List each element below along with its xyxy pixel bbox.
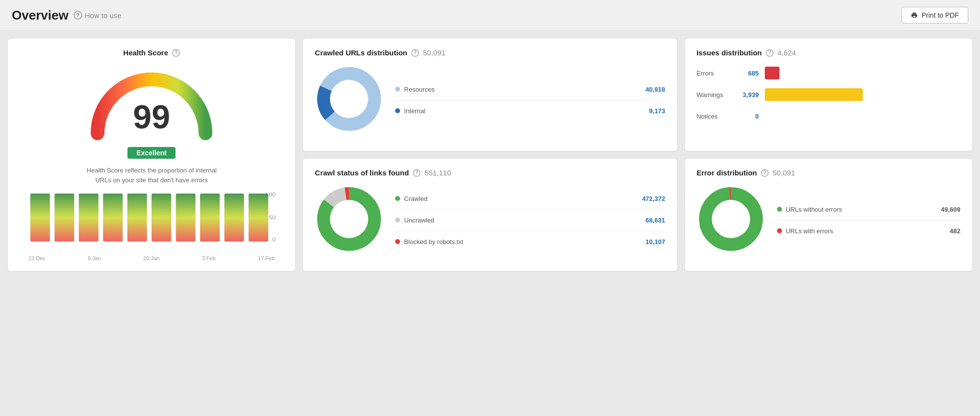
crawl-status-title: Crawl status of links found ? 551,110 — [315, 169, 665, 177]
health-bar-chart: 100 50 0 — [20, 193, 283, 261]
help-icon: ? — [74, 11, 82, 20]
issues-distribution-title: Issues distribution ? 4,624 — [697, 49, 960, 57]
health-score-value: 99 — [133, 100, 170, 133]
page-header: Overview ? How to use Print to PDF — [0, 0, 980, 31]
svg-rect-16 — [249, 194, 268, 242]
errors-bar-wrap — [765, 67, 863, 79]
svg-rect-13 — [176, 194, 196, 242]
crawled-urls-help-icon[interactable]: ? — [411, 49, 419, 57]
crawled-urls-title: Crawled URLs distribution ? 50,091 — [315, 49, 665, 57]
crawl-status-chart-row: Crawled 472,372 Uncrawled 68,631 Blocked… — [315, 185, 665, 255]
uncrawled-dot — [395, 218, 400, 222]
errors-count: 685 — [737, 70, 759, 77]
svg-rect-11 — [127, 194, 147, 242]
crawled-urls-legend: Resources 40,918 Internal 9,173 — [395, 86, 665, 115]
page-title: Overview — [12, 8, 69, 23]
issues-rows: Errors 685 Warnings 3,939 Notices 0 — [697, 67, 960, 122]
x-label-3feb: 3 Feb — [202, 255, 216, 261]
legend-urls-with-errors: URLs with errors 482 — [777, 227, 960, 235]
crawled-dot — [395, 196, 400, 201]
legend-urls-without-errors: URLs without errors 49,609 — [777, 206, 960, 213]
errors-bar — [765, 67, 779, 79]
health-score-title: Health Score ? — [123, 49, 180, 57]
issues-help-icon[interactable]: ? — [766, 49, 774, 57]
notices-count: 0 — [737, 113, 759, 120]
svg-text:0: 0 — [272, 237, 276, 243]
health-description: Health Score reflects the proportion of … — [87, 166, 217, 185]
legend-uncrawled: Uncrawled 68,631 — [395, 217, 665, 224]
notices-label: Notices — [697, 113, 731, 120]
issues-row-warnings: Warnings 3,939 — [697, 88, 960, 101]
no-errors-value: 49,609 — [941, 206, 960, 213]
crawled-urls-chart-row: Resources 40,918 Internal 9,173 — [315, 65, 665, 135]
internal-value: 9,173 — [649, 107, 665, 115]
error-dist-help-icon[interactable]: ? — [761, 169, 769, 177]
no-errors-dot — [777, 207, 782, 212]
legend-item-resources: Resources 40,918 — [395, 86, 665, 93]
svg-rect-7 — [30, 194, 50, 242]
crawled-urls-card: Crawled URLs distribution ? 50,091 — [303, 39, 677, 151]
warnings-count: 3,939 — [737, 91, 759, 98]
internal-dot — [395, 108, 400, 113]
crawl-status-donut — [315, 185, 383, 255]
issues-row-notices: Notices 0 — [697, 110, 960, 122]
x-label-23dec: 23 Dec — [28, 255, 46, 261]
blocked-value: 10,107 — [646, 238, 665, 245]
uncrawled-value: 68,631 — [646, 217, 665, 224]
error-distribution-card: Error distribution ? 50,091 URLs without… — [685, 159, 972, 271]
crawled-value: 472,372 — [642, 195, 665, 202]
x-label-17feb: 17 Feb — [258, 255, 275, 261]
svg-rect-9 — [79, 194, 99, 242]
x-label-6jan: 6 Jan — [88, 255, 101, 261]
warnings-label: Warnings — [697, 91, 731, 98]
issues-distribution-card: Issues distribution ? 4,624 Errors 685 W… — [685, 39, 972, 151]
issues-total: 4,624 — [778, 49, 796, 57]
crawled-urls-donut — [315, 65, 383, 135]
error-dist-legend: URLs without errors 49,609 URLs with err… — [777, 206, 960, 235]
svg-point-20 — [331, 201, 367, 237]
crawl-status-legend: Crawled 472,372 Uncrawled 68,631 Blocked… — [395, 195, 665, 245]
resources-value: 40,918 — [646, 86, 665, 93]
svg-rect-14 — [200, 194, 220, 242]
with-errors-dot — [777, 228, 782, 233]
print-button-label: Print to PDF — [922, 11, 959, 19]
svg-point-23 — [713, 201, 749, 237]
health-score-card: Health Score ? — [8, 39, 295, 271]
issues-row-errors: Errors 685 — [697, 67, 960, 79]
crawl-status-card: Crawl status of links found ? 551,110 Cr… — [303, 159, 677, 271]
error-dist-total: 50,091 — [773, 169, 795, 177]
error-dist-chart-row: URLs without errors 49,609 URLs with err… — [697, 185, 960, 255]
legend-item-internal: Internal 9,173 — [395, 107, 665, 115]
excellent-badge: Excellent — [127, 147, 175, 159]
svg-point-3 — [331, 81, 367, 117]
legend-blocked: Blocked by robots.txt 10,107 — [395, 238, 665, 245]
blocked-dot — [395, 239, 400, 244]
svg-rect-8 — [54, 194, 74, 242]
svg-rect-12 — [151, 194, 171, 242]
errors-label: Errors — [697, 70, 731, 77]
print-icon — [911, 12, 918, 19]
dashboard: Crawled URLs distribution ? 50,091 — [0, 31, 980, 279]
crawl-status-total: 551,110 — [425, 169, 451, 177]
error-distribution-title: Error distribution ? 50,091 — [697, 169, 960, 177]
print-button[interactable]: Print to PDF — [902, 7, 968, 24]
how-to-use-label: How to use — [85, 11, 122, 20]
warnings-bar — [765, 88, 863, 101]
notices-bar-wrap — [765, 110, 863, 122]
legend-crawled: Crawled 472,372 — [395, 195, 665, 202]
svg-rect-15 — [225, 194, 244, 242]
svg-rect-10 — [103, 194, 123, 242]
header-left: Overview ? How to use — [12, 8, 122, 23]
health-gauge: 99 — [88, 65, 215, 143]
svg-text:50: 50 — [269, 215, 276, 221]
how-to-use-link[interactable]: ? How to use — [74, 11, 122, 20]
crawl-status-help-icon[interactable]: ? — [413, 169, 421, 177]
error-dist-donut — [697, 185, 765, 255]
x-label-20jan: 20 Jan — [143, 255, 159, 261]
health-score-help-icon[interactable]: ? — [172, 49, 180, 57]
crawled-urls-total: 50,091 — [423, 49, 446, 57]
with-errors-value: 482 — [950, 227, 960, 235]
resources-dot — [395, 87, 400, 92]
warnings-bar-wrap — [765, 88, 863, 101]
